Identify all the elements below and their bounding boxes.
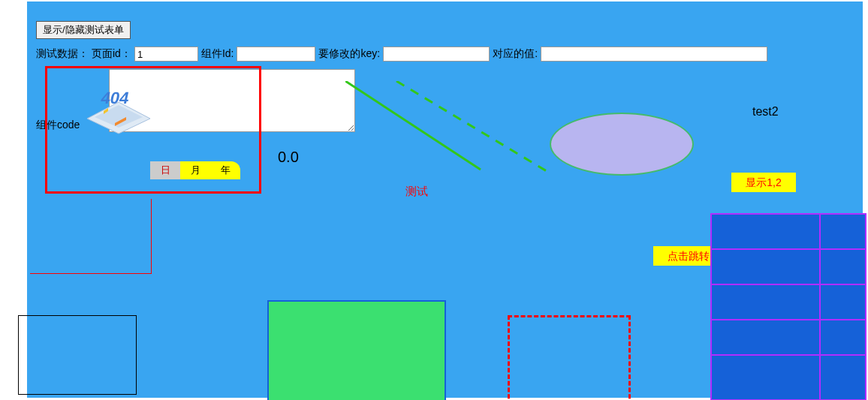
comp-id-label: 组件Id: xyxy=(201,47,234,61)
table-row xyxy=(711,320,866,355)
table-cell xyxy=(820,214,866,249)
table-cell xyxy=(711,355,820,400)
table-cell xyxy=(820,355,866,400)
form-row: 测试数据： 页面id： 组件Id: 要修改的key: 对应的值: xyxy=(36,47,767,62)
key-label: 要修改的key: xyxy=(318,47,380,61)
table-row xyxy=(711,249,866,284)
black-outline-rect xyxy=(18,315,137,395)
table-row xyxy=(711,355,866,400)
page-id-label: 页面id： xyxy=(92,47,131,61)
value-input[interactable] xyxy=(541,47,767,62)
table-cell xyxy=(711,249,820,284)
show-12-button[interactable]: 显示1,2 xyxy=(731,173,796,192)
page-id-input[interactable] xyxy=(134,47,198,62)
green-filled-rect xyxy=(267,300,446,400)
table-row xyxy=(711,284,866,320)
tab-day[interactable]: 日 xyxy=(150,161,180,179)
numeric-display: 0.0 xyxy=(278,149,299,166)
date-tabs: 日 月 年 xyxy=(150,161,240,179)
tab-year[interactable]: 年 xyxy=(210,161,240,179)
table-cell xyxy=(820,249,866,284)
table-cell xyxy=(711,214,820,249)
grid-table xyxy=(710,213,866,400)
key-input[interactable] xyxy=(383,47,490,62)
table-cell xyxy=(711,284,820,320)
toggle-form-button[interactable]: 显示/隐藏测试表单 xyxy=(36,21,131,39)
table-cell xyxy=(820,320,866,355)
test-label: 测试 xyxy=(405,185,428,199)
table-cell xyxy=(820,284,866,320)
table-cell xyxy=(711,320,820,355)
table-row xyxy=(711,214,866,249)
comp-code-label: 组件code xyxy=(36,119,80,132)
form-prefix-label: 测试数据： xyxy=(36,47,89,61)
tab-month[interactable]: 月 xyxy=(180,161,210,179)
test2-label: test2 xyxy=(752,105,779,119)
red-dashed-rect xyxy=(508,315,631,400)
ellipse-shape xyxy=(550,113,694,176)
comp-id-input[interactable] xyxy=(237,47,315,62)
value-label: 对应的值: xyxy=(493,47,538,61)
comp-code-textarea[interactable] xyxy=(109,69,355,132)
